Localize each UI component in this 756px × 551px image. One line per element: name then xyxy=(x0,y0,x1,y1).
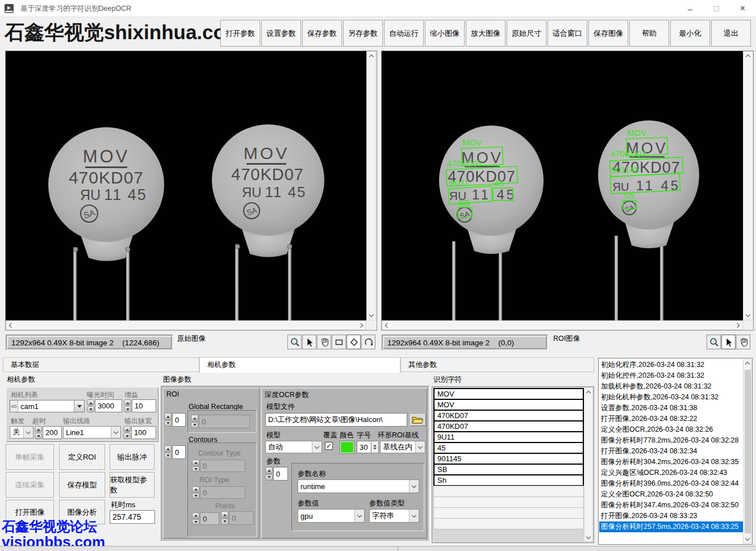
model-file-path[interactable]: D:\工作文档\网站文章\图像\Halcon\ xyxy=(265,413,407,427)
tab-camera-params[interactable]: 相机参数 xyxy=(199,357,400,373)
chevron-down-icon[interactable] xyxy=(354,510,364,522)
forum-link[interactable]: 石鑫华视觉论坛 xyxy=(2,519,97,533)
output-pulse-button[interactable]: 输出脉冲 xyxy=(110,444,154,470)
save-as-params-button[interactable]: 另存参数 xyxy=(343,20,383,47)
left-image-display[interactable]: MOV 470KD07 ЯU 11 45 SA MOV 470KD07 ЯU 1… xyxy=(6,51,366,320)
recognized-row[interactable]: 901145 xyxy=(433,453,584,465)
model-combo[interactable]: 自动 xyxy=(265,441,322,453)
right-horizontal-scrollbar[interactable] xyxy=(382,320,743,330)
continuous-grab-button[interactable]: 连续采集 xyxy=(6,472,54,498)
log-entry[interactable]: 初始化程序,2026-03-24 08:31:32 xyxy=(599,360,743,370)
log-entry[interactable]: 加载机种参数,2026-03-24 08:31:32 xyxy=(599,381,743,392)
log-entry[interactable]: 图像分析耗时396.0ms,2026-03-24 08:32:44 xyxy=(599,478,743,489)
single-grab-button[interactable]: 单帧采集 xyxy=(6,444,54,470)
log-entry[interactable]: 定义兴趣区域OCR,2026-03-24 08:32:43 xyxy=(599,467,743,478)
exposure-value[interactable]: 3000 xyxy=(95,399,122,412)
font-size-spinner[interactable]: 30 xyxy=(357,441,379,453)
log-entry[interactable]: 图像分析耗时347.4ms,2026-03-24 08:32:50 xyxy=(599,500,743,511)
save-image-button[interactable]: 保存图像 xyxy=(588,20,628,47)
zoom-out-button[interactable]: 缩小图像 xyxy=(425,20,465,47)
log-entry[interactable]: 图像分析耗时304.2ms,2026-03-24 08:32:35 xyxy=(599,457,743,467)
dropdown-arrow-icon[interactable] xyxy=(74,400,84,412)
recognized-row[interactable]: MOV xyxy=(433,399,584,411)
rotated-rect-roi-tool-icon[interactable] xyxy=(346,335,361,349)
spinner-arrows-icon[interactable] xyxy=(164,445,172,459)
zoom-tool-icon[interactable] xyxy=(707,335,721,349)
contours-index-spinner[interactable]: 0 xyxy=(164,445,186,459)
trigger-combo[interactable]: 关 xyxy=(10,426,34,439)
timeout-value[interactable]: 200 xyxy=(43,426,62,439)
open-params-button[interactable]: 打开参数 xyxy=(220,20,260,47)
zoom-tool-icon[interactable] xyxy=(287,335,302,349)
maximize-icon[interactable] xyxy=(703,0,729,17)
log-entry[interactable]: 打开图像,2026-03-24 08:33:23 xyxy=(599,511,743,521)
auto-run-button[interactable]: 自动运行 xyxy=(384,20,424,47)
output-line-combo[interactable]: Line1 xyxy=(63,426,121,439)
close-icon[interactable]: × xyxy=(729,0,756,17)
get-model-params-button[interactable]: 获取模型参数 xyxy=(110,472,154,498)
params-index-spinner[interactable]: 0 xyxy=(265,467,288,481)
spinner-arrows-icon[interactable] xyxy=(265,467,273,481)
tab-basic-data[interactable]: 基本数据 xyxy=(3,357,199,372)
log-entry[interactable]: 初始化机种参数,2026-03-24 08:31:32 xyxy=(599,392,743,403)
font-size-value[interactable]: 30 xyxy=(357,441,371,453)
recognized-row[interactable]: SB xyxy=(433,464,584,475)
left-horizontal-scrollbar[interactable] xyxy=(6,320,366,330)
contours-index[interactable]: 0 xyxy=(172,445,186,459)
overlay-color-swatch[interactable] xyxy=(340,441,354,454)
cursor-tool-icon[interactable] xyxy=(302,335,316,349)
chevron-down-icon[interactable] xyxy=(111,427,120,438)
spinner-arrows-icon[interactable] xyxy=(124,399,131,412)
log-entry[interactable]: 打开图像,2026-03-24 08:32:34 xyxy=(599,446,743,457)
recognized-scrollbar[interactable] xyxy=(584,387,593,542)
chevron-down-icon[interactable] xyxy=(409,510,419,522)
zoom-in-button[interactable]: 放大图像 xyxy=(466,20,506,47)
pan-tool-icon[interactable] xyxy=(317,335,331,349)
cursor-tool-icon[interactable] xyxy=(721,335,736,349)
spinner-arrows-icon[interactable] xyxy=(87,399,94,412)
timeout-spinner[interactable]: 200 xyxy=(35,426,62,439)
exit-button[interactable]: 退出 xyxy=(711,20,751,47)
param-type-combo[interactable]: 字符串 xyxy=(369,509,419,523)
output-pulse-width-value[interactable]: 100 xyxy=(131,426,156,439)
recognized-row[interactable]: MOV xyxy=(433,388,584,400)
recognized-list[interactable]: MOV MOV 470KD07 470KD07 9U11 45 901145 S… xyxy=(432,386,594,543)
gain-value[interactable]: 10 xyxy=(132,399,156,412)
log-entry[interactable]: 定义全图OCR,2026-03-24 08:32:26 xyxy=(599,424,743,435)
global-rect-index[interactable]: 0 xyxy=(172,413,186,427)
camera-list-combo[interactable]: I/O cam1 xyxy=(10,400,85,412)
spinner-arrows-icon[interactable] xyxy=(35,426,42,439)
output-pulse-width-spinner[interactable]: 100 xyxy=(123,426,156,439)
help-button[interactable]: 帮助 xyxy=(629,20,669,47)
param-name-combo[interactable]: runtime xyxy=(298,479,419,493)
log-entry-selected[interactable]: 图像分析耗时257.5ms,2026-03-24 08:33:25 xyxy=(599,521,743,532)
recognized-row[interactable]: 470KD07 xyxy=(433,420,584,432)
log-entry[interactable]: 定义全图OCR,2026-03-24 08:32:50 xyxy=(599,489,743,500)
params-index[interactable]: 0 xyxy=(273,467,288,481)
recognized-row[interactable]: Sh xyxy=(433,474,584,486)
overlay-checkbox[interactable] xyxy=(325,442,333,450)
annulus-roi-tool-icon[interactable] xyxy=(361,335,375,349)
log-entry[interactable]: 图像分析耗时778.2ms,2026-03-24 08:32:28 xyxy=(599,435,743,446)
left-vertical-scrollbar[interactable] xyxy=(366,51,376,320)
ring-baseline-combo[interactable]: 基线在内 xyxy=(380,441,425,453)
log-entry[interactable]: 打开图像,2026-03-24 08:32:22 xyxy=(599,414,743,424)
set-params-button[interactable]: 设置参数 xyxy=(261,20,301,47)
global-rect-index-spinner[interactable]: 0 xyxy=(164,413,186,427)
exposure-spinner[interactable]: 3000 xyxy=(87,399,122,412)
minimize-button[interactable]: 最小化 xyxy=(670,20,710,47)
log-scrollbar[interactable] xyxy=(743,359,751,544)
log-list[interactable]: 初始化程序,2026-03-24 08:31:32 初始化控件,2026-03-… xyxy=(598,358,753,545)
gain-spinner[interactable]: 10 xyxy=(124,399,156,412)
save-params-button[interactable]: 保存参数 xyxy=(302,20,342,47)
recognized-row[interactable]: 470KD07 xyxy=(433,410,584,421)
chevron-down-icon[interactable] xyxy=(415,441,425,453)
recognized-row[interactable]: 45 xyxy=(433,442,584,454)
spinner-arrows-icon[interactable] xyxy=(123,426,131,439)
rectangle-roi-tool-icon[interactable] xyxy=(332,335,346,349)
scrollbar-thumb[interactable] xyxy=(745,370,751,533)
minimize-icon[interactable]: – xyxy=(677,0,703,17)
updown-arrows-icon[interactable] xyxy=(371,441,379,453)
save-model-button[interactable]: 保存模型 xyxy=(59,472,105,498)
param-value-combo[interactable]: gpu xyxy=(298,509,365,523)
